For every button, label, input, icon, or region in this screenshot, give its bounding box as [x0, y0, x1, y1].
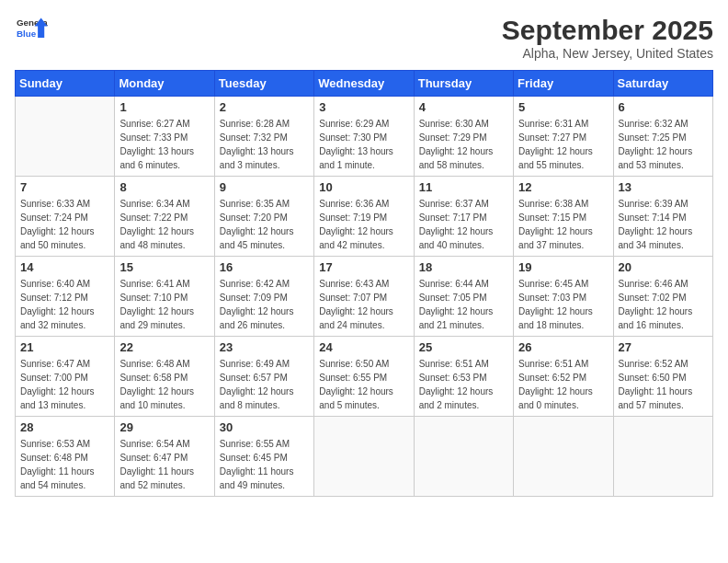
- calendar-day-17: 17Sunrise: 6:43 AM Sunset: 7:07 PM Dayli…: [314, 257, 414, 337]
- day-number: 2: [220, 100, 309, 114]
- calendar-day-23: 23Sunrise: 6:49 AM Sunset: 6:57 PM Dayli…: [214, 337, 313, 417]
- day-number: 3: [319, 100, 408, 114]
- day-info: Sunrise: 6:28 AM Sunset: 7:32 PM Dayligh…: [220, 117, 309, 172]
- day-info: Sunrise: 6:53 AM Sunset: 6:48 PM Dayligh…: [20, 437, 109, 492]
- day-info: Sunrise: 6:39 AM Sunset: 7:14 PM Dayligh…: [619, 197, 708, 252]
- day-info: Sunrise: 6:38 AM Sunset: 7:15 PM Dayligh…: [518, 197, 608, 252]
- day-info: Sunrise: 6:51 AM Sunset: 6:53 PM Dayligh…: [419, 357, 508, 412]
- day-info: Sunrise: 6:41 AM Sunset: 7:10 PM Dayligh…: [119, 277, 209, 332]
- calendar-day-22: 22Sunrise: 6:48 AM Sunset: 6:58 PM Dayli…: [115, 337, 214, 417]
- calendar-day-21: 21Sunrise: 6:47 AM Sunset: 7:00 PM Dayli…: [16, 337, 115, 417]
- calendar-day-14: 14Sunrise: 6:40 AM Sunset: 7:12 PM Dayli…: [16, 257, 115, 337]
- day-info: Sunrise: 6:36 AM Sunset: 7:19 PM Dayligh…: [319, 197, 408, 252]
- calendar-week-row: 1Sunrise: 6:27 AM Sunset: 7:33 PM Daylig…: [16, 97, 713, 177]
- calendar-day-3: 3Sunrise: 6:29 AM Sunset: 7:30 PM Daylig…: [314, 97, 414, 177]
- day-info: Sunrise: 6:45 AM Sunset: 7:03 PM Dayligh…: [518, 277, 608, 332]
- day-info: Sunrise: 6:33 AM Sunset: 7:24 PM Dayligh…: [20, 197, 109, 252]
- day-info: Sunrise: 6:35 AM Sunset: 7:20 PM Dayligh…: [220, 197, 309, 252]
- calendar-day-5: 5Sunrise: 6:31 AM Sunset: 7:27 PM Daylig…: [514, 97, 613, 177]
- page-header: General Blue September 2025 Alpha, New J…: [15, 15, 713, 61]
- calendar-week-row: 7Sunrise: 6:33 AM Sunset: 7:24 PM Daylig…: [16, 177, 713, 257]
- calendar-day-12: 12Sunrise: 6:38 AM Sunset: 7:15 PM Dayli…: [514, 177, 613, 257]
- calendar-day-30: 30Sunrise: 6:55 AM Sunset: 6:45 PM Dayli…: [214, 417, 313, 497]
- calendar-day-27: 27Sunrise: 6:52 AM Sunset: 6:50 PM Dayli…: [613, 337, 712, 417]
- calendar-week-row: 21Sunrise: 6:47 AM Sunset: 7:00 PM Dayli…: [16, 337, 713, 417]
- day-number: 15: [119, 260, 209, 274]
- day-info: Sunrise: 6:27 AM Sunset: 7:33 PM Dayligh…: [119, 117, 209, 172]
- day-number: 18: [419, 260, 508, 274]
- calendar-header-friday: Friday: [514, 71, 613, 97]
- calendar-header-monday: Monday: [115, 71, 214, 97]
- month-title: September 2025: [502, 15, 713, 46]
- calendar-empty-cell: [514, 417, 613, 497]
- calendar-header-saturday: Saturday: [613, 71, 712, 97]
- day-number: 25: [419, 340, 508, 354]
- day-number: 29: [119, 420, 209, 434]
- day-number: 9: [220, 180, 309, 194]
- calendar-day-18: 18Sunrise: 6:44 AM Sunset: 7:05 PM Dayli…: [414, 257, 513, 337]
- day-number: 12: [518, 180, 608, 194]
- calendar-empty-cell: [414, 417, 513, 497]
- day-info: Sunrise: 6:42 AM Sunset: 7:09 PM Dayligh…: [220, 277, 309, 332]
- day-number: 10: [319, 180, 408, 194]
- calendar-day-19: 19Sunrise: 6:45 AM Sunset: 7:03 PM Dayli…: [514, 257, 613, 337]
- day-number: 11: [419, 180, 508, 194]
- day-number: 27: [619, 340, 708, 354]
- calendar-week-row: 28Sunrise: 6:53 AM Sunset: 6:48 PM Dayli…: [16, 417, 713, 497]
- calendar-day-6: 6Sunrise: 6:32 AM Sunset: 7:25 PM Daylig…: [613, 97, 712, 177]
- day-number: 7: [20, 180, 109, 194]
- day-info: Sunrise: 6:32 AM Sunset: 7:25 PM Dayligh…: [619, 117, 708, 172]
- calendar-day-1: 1Sunrise: 6:27 AM Sunset: 7:33 PM Daylig…: [115, 97, 214, 177]
- day-number: 19: [518, 260, 608, 274]
- calendar-empty-cell: [314, 417, 414, 497]
- day-info: Sunrise: 6:30 AM Sunset: 7:29 PM Dayligh…: [419, 117, 508, 172]
- day-info: Sunrise: 6:43 AM Sunset: 7:07 PM Dayligh…: [319, 277, 408, 332]
- calendar-day-26: 26Sunrise: 6:51 AM Sunset: 6:52 PM Dayli…: [514, 337, 613, 417]
- day-number: 24: [319, 340, 408, 354]
- calendar-day-11: 11Sunrise: 6:37 AM Sunset: 7:17 PM Dayli…: [414, 177, 513, 257]
- day-info: Sunrise: 6:49 AM Sunset: 6:57 PM Dayligh…: [220, 357, 309, 412]
- calendar-day-24: 24Sunrise: 6:50 AM Sunset: 6:55 PM Dayli…: [314, 337, 414, 417]
- calendar-header-sunday: Sunday: [16, 71, 115, 97]
- day-number: 4: [419, 100, 508, 114]
- calendar-day-29: 29Sunrise: 6:54 AM Sunset: 6:47 PM Dayli…: [115, 417, 214, 497]
- calendar-day-28: 28Sunrise: 6:53 AM Sunset: 6:48 PM Dayli…: [16, 417, 115, 497]
- day-number: 5: [518, 100, 608, 114]
- day-number: 8: [119, 180, 209, 194]
- calendar-day-16: 16Sunrise: 6:42 AM Sunset: 7:09 PM Dayli…: [214, 257, 313, 337]
- day-number: 14: [20, 260, 109, 274]
- calendar-header-row: SundayMondayTuesdayWednesdayThursdayFrid…: [16, 71, 713, 97]
- calendar-header-tuesday: Tuesday: [214, 71, 313, 97]
- day-info: Sunrise: 6:52 AM Sunset: 6:50 PM Dayligh…: [619, 357, 708, 412]
- calendar-day-8: 8Sunrise: 6:34 AM Sunset: 7:22 PM Daylig…: [115, 177, 214, 257]
- day-info: Sunrise: 6:44 AM Sunset: 7:05 PM Dayligh…: [419, 277, 508, 332]
- calendar-day-9: 9Sunrise: 6:35 AM Sunset: 7:20 PM Daylig…: [214, 177, 313, 257]
- calendar-empty-cell: [16, 97, 115, 177]
- day-number: 23: [220, 340, 309, 354]
- day-number: 26: [518, 340, 608, 354]
- day-info: Sunrise: 6:51 AM Sunset: 6:52 PM Dayligh…: [518, 357, 608, 412]
- day-number: 20: [619, 260, 708, 274]
- calendar-week-row: 14Sunrise: 6:40 AM Sunset: 7:12 PM Dayli…: [16, 257, 713, 337]
- day-number: 21: [20, 340, 109, 354]
- calendar-day-20: 20Sunrise: 6:46 AM Sunset: 7:02 PM Dayli…: [613, 257, 712, 337]
- day-info: Sunrise: 6:29 AM Sunset: 7:30 PM Dayligh…: [319, 117, 408, 172]
- calendar-day-10: 10Sunrise: 6:36 AM Sunset: 7:19 PM Dayli…: [314, 177, 414, 257]
- day-number: 28: [20, 420, 109, 434]
- day-info: Sunrise: 6:48 AM Sunset: 6:58 PM Dayligh…: [119, 357, 209, 412]
- title-area: September 2025 Alpha, New Jersey, United…: [502, 15, 713, 61]
- day-info: Sunrise: 6:47 AM Sunset: 7:00 PM Dayligh…: [20, 357, 109, 412]
- day-number: 13: [619, 180, 708, 194]
- calendar-day-13: 13Sunrise: 6:39 AM Sunset: 7:14 PM Dayli…: [613, 177, 712, 257]
- logo: General Blue: [15, 15, 48, 44]
- day-info: Sunrise: 6:46 AM Sunset: 7:02 PM Dayligh…: [619, 277, 708, 332]
- day-number: 16: [220, 260, 309, 274]
- calendar-day-15: 15Sunrise: 6:41 AM Sunset: 7:10 PM Dayli…: [115, 257, 214, 337]
- calendar-day-25: 25Sunrise: 6:51 AM Sunset: 6:53 PM Dayli…: [414, 337, 513, 417]
- day-info: Sunrise: 6:50 AM Sunset: 6:55 PM Dayligh…: [319, 357, 408, 412]
- day-info: Sunrise: 6:37 AM Sunset: 7:17 PM Dayligh…: [419, 197, 508, 252]
- day-info: Sunrise: 6:34 AM Sunset: 7:22 PM Dayligh…: [119, 197, 209, 252]
- day-number: 6: [619, 100, 708, 114]
- day-number: 22: [119, 340, 209, 354]
- logo-icon: General Blue: [15, 15, 48, 44]
